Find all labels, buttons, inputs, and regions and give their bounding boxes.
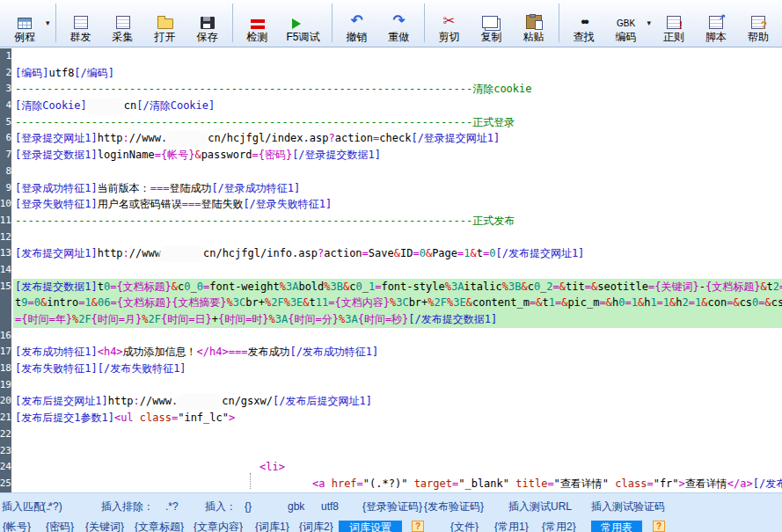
code-line-text: [编码]utf8[/编码]	[13, 65, 782, 82]
line-number: 18	[0, 361, 13, 377]
code-line[interactable]: 20[发布后提交网址1]http://www.cn/gsxw/[/发布后提交网址…	[0, 393, 782, 410]
encoding-dropdown-arrow-icon[interactable]: ▾	[647, 18, 652, 27]
insert-test-url-button[interactable]: 插入测试URL	[508, 500, 572, 513]
toolbar-copy-button[interactable]: 复制	[471, 1, 513, 46]
insert-login-captcha-button[interactable]: {登录验证码}	[362, 500, 422, 513]
line-number: 1	[0, 48, 13, 65]
insert-exclude-value-button[interactable]: .*?	[165, 500, 179, 513]
toolbar-help-button[interactable]: 帮助	[737, 1, 779, 46]
toolbar-redo-button[interactable]: 重做	[378, 1, 420, 46]
code-line[interactable]: 17[发布成功特征1]<h4>成功添加信息！</h4>===发布成功[/发布成功…	[0, 344, 782, 361]
code-line-text: [发布后提交网址1]http://www.cn/gsxw/[/发布后提交网址1]	[13, 393, 782, 410]
toolbar-save-button[interactable]: 保存	[186, 1, 229, 46]
code-line[interactable]: 24<li>	[0, 459, 782, 476]
insert-keyword-button[interactable]: {关键词}	[85, 521, 124, 532]
code-line-text	[13, 377, 782, 394]
insert-dict1-button[interactable]: {词库1}	[255, 521, 289, 532]
code-line[interactable]: 12	[0, 230, 782, 246]
page-icon	[116, 16, 130, 29]
code-line[interactable]: 3---------------------------------------…	[0, 81, 782, 98]
line-number: 3	[0, 81, 13, 98]
code-line-text: <li>	[13, 459, 782, 476]
undo-icon	[350, 13, 364, 29]
toolbar-script-button[interactable]: 脚本	[695, 1, 737, 46]
code-line-text	[13, 328, 782, 345]
toolbar-check-button[interactable]: 检测	[237, 1, 279, 46]
line-number: 19	[0, 377, 13, 394]
code-line[interactable]: 15[发布提交数据1]t0={文档标题}&c0_0=font-weight%3A…	[0, 279, 782, 295]
insert-publish-captcha-button[interactable]: {发布验证码}	[424, 500, 484, 513]
insert-dict2-button[interactable]: {词库2}	[299, 521, 333, 532]
code-line[interactable]: 4[清除Cookie]cn[/清除Cookie]	[0, 98, 782, 114]
code-line[interactable]: 14	[0, 262, 782, 279]
insert-file-button[interactable]: {文件}	[450, 521, 479, 532]
line-number: 12	[0, 230, 13, 246]
code-line-text: [登录失败特征1]用户名或密码错误===登陆失败[/登录失败特征1]	[13, 196, 782, 213]
insert-password-button[interactable]: {密码}	[46, 521, 74, 532]
code-line[interactable]: 25<a href="(.*?)" target="_blank" title=…	[0, 476, 782, 492]
line-number: 22	[0, 426, 13, 443]
code-line[interactable]: 2[编码]utf8[/编码]	[0, 65, 782, 82]
code-line[interactable]: 11--------------------------------------…	[0, 213, 782, 230]
line-number: 17	[0, 344, 13, 361]
insert-gbk-button[interactable]: gbk	[288, 500, 304, 513]
line-number: 24	[0, 459, 13, 476]
toolbar-cut-button[interactable]: 剪切	[428, 1, 471, 46]
insert-article-title-button[interactable]: {文章标题}	[135, 521, 184, 532]
toolbar-paste-label: 粘贴	[523, 31, 544, 44]
toolbar-undo-button[interactable]: 撤销	[336, 1, 378, 46]
equals-icon	[251, 19, 265, 29]
line-number: 21	[0, 410, 13, 426]
insert-utf8-button[interactable]: utf8	[321, 500, 339, 513]
code-line[interactable]: 10[登录失败特征1]用户名或密码错误===登陆失败[/登录失败特征1]	[0, 196, 782, 213]
code-line[interactable]: 21[发布后提交1参数1]<ul class="inf_lc">	[0, 410, 782, 426]
code-line[interactable]: 13[发布提交网址1]http://wwwcn/hcjfgl/info.asp?…	[0, 245, 782, 262]
code-line[interactable]: 23	[0, 443, 782, 460]
toolbar-debug-button[interactable]: F5调试	[279, 1, 328, 46]
common-table-button[interactable]: 常用表	[591, 521, 642, 532]
toolbar-separator	[559, 4, 559, 42]
paste-icon	[526, 15, 542, 29]
code-line-text: ----------------------------------------…	[13, 114, 782, 131]
code-line[interactable]: 18[发布失败特征1][/发布失败特征1]	[0, 361, 782, 377]
toolbar-open-button[interactable]: 打开	[144, 1, 186, 46]
insert-common2-button[interactable]: {常用2}	[542, 521, 576, 532]
redo-icon	[392, 13, 406, 29]
insert-braces-button[interactable]: {}	[245, 500, 252, 513]
code-line[interactable]: ={时间=年}%2F{时间=月}%2F{时间=日}+{时间=时}%3A{时间=分…	[0, 311, 782, 328]
code-line[interactable]: 7[登录提交数据1]loginName={帐号}&password={密码}[/…	[0, 147, 782, 164]
redacted-text	[87, 101, 124, 112]
insert-account-button[interactable]: {帐号}	[3, 521, 31, 532]
code-editor[interactable]: 12[编码]utf8[/编码]3------------------------…	[0, 48, 782, 492]
insert-article-content-button[interactable]: {文章内容}	[194, 521, 243, 532]
code-line[interactable]: t9=0&intro=1&06={文档标题}{文档摘要}%3Cbr+%2F%3E…	[0, 295, 782, 311]
insert-common1-button[interactable]: {常用1}	[494, 521, 529, 532]
code-line[interactable]: 19	[0, 377, 782, 394]
toolbar-find-button[interactable]: 查找	[563, 1, 605, 46]
code-line[interactable]: 8	[0, 164, 782, 180]
code-line[interactable]: 22	[0, 426, 782, 443]
routine-dropdown-arrow-icon[interactable]: ▾	[46, 18, 50, 27]
line-number: 9	[0, 180, 13, 197]
toolbar-paste-button[interactable]: 粘贴	[513, 1, 555, 46]
code-line-text: [发布成功特征1]<h4>成功添加信息！</h4>===发布成功[/发布成功特征…	[13, 344, 782, 361]
page-bang-icon	[667, 16, 681, 29]
line-number: 16	[0, 328, 13, 345]
help-icon[interactable]: ?	[412, 521, 424, 532]
toolbar-encoding-button[interactable]: GBK编码	[605, 1, 647, 46]
code-line[interactable]: 9[登录成功特征1]当前版本：===登陆成功[/登录成功特征1]	[0, 180, 782, 197]
code-line[interactable]: 1	[0, 48, 782, 65]
toolbar-routine-button[interactable]: 例程	[4, 1, 46, 46]
insert-match-value-button[interactable]: (.*?)	[42, 500, 62, 513]
toolbar-collect-button[interactable]: 采集	[102, 1, 144, 46]
code-line[interactable]: 6[登录提交网址1]http://www.cn/hcjfgl/index.asp…	[0, 130, 782, 147]
line-number: 5	[0, 114, 13, 131]
line-number: 8	[0, 164, 13, 180]
toolbar-bulksend-button[interactable]: 群发	[60, 1, 102, 46]
dict-settings-button[interactable]: 词库设置	[339, 521, 402, 532]
code-line[interactable]: 16	[0, 328, 782, 345]
insert-test-captcha-button[interactable]: 插入测试验证码	[591, 500, 665, 513]
help-icon[interactable]: ?	[653, 521, 665, 532]
code-line[interactable]: 5---------------------------------------…	[0, 114, 782, 131]
toolbar-regex-button[interactable]: 正则	[653, 1, 695, 46]
